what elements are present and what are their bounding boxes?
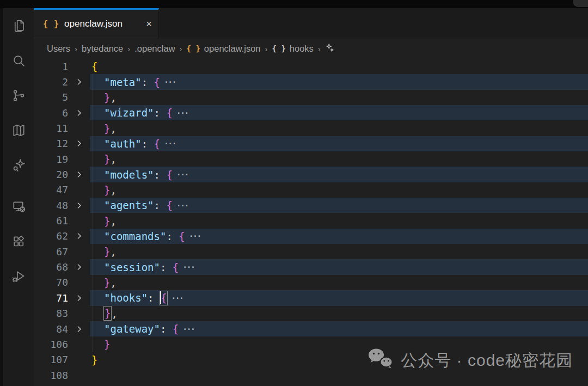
line-number-107: 107: [34, 354, 68, 365]
code-line-47[interactable]: 47},: [34, 182, 588, 198]
folded-region-ellipsis[interactable]: ···: [182, 261, 194, 273]
activity-bar-item-extensions[interactable]: [3, 225, 34, 260]
vscode-window: { } openclaw.json × Users›bytedance›.ope…: [0, 0, 588, 386]
fold-chevron-icon[interactable]: [68, 170, 90, 179]
token: ,: [110, 215, 116, 227]
code-line-48[interactable]: 48"agents": {···: [34, 198, 588, 213]
code-line-83[interactable]: 83},: [34, 306, 588, 321]
token: {: [154, 138, 160, 150]
token: :: [154, 199, 167, 211]
breadcrumb-item-Users[interactable]: Users: [47, 44, 70, 54]
breadcrumb-item-hooks[interactable]: { }hooks: [272, 44, 314, 54]
explorer-icon: [11, 19, 26, 35]
activity-bar-item-sparkle[interactable]: [3, 149, 34, 183]
map-icon: [11, 123, 26, 140]
token: }: [104, 307, 111, 320]
token: :: [142, 76, 154, 88]
line-number-108: 108: [34, 370, 68, 381]
remote-explorer-icon: [11, 199, 26, 216]
code-line-5[interactable]: 5},: [34, 90, 588, 105]
code-line-11[interactable]: 11},: [34, 120, 588, 136]
token: {: [91, 60, 97, 72]
tab-openclaw-json[interactable]: { } openclaw.json ×: [34, 8, 159, 38]
line-number-19: 19: [34, 154, 68, 165]
code-line-20[interactable]: 20"models": {···: [34, 167, 588, 182]
watermark-text: 公众号 · code秘密花园: [401, 350, 573, 372]
token: :: [160, 261, 173, 273]
code-line-84[interactable]: 84"gateway": {···: [34, 321, 588, 336]
token: {: [173, 323, 179, 335]
token: }: [91, 354, 97, 366]
breadcrumb-item-bytedance[interactable]: bytedance: [82, 44, 123, 54]
code-line-70[interactable]: 70},: [34, 275, 588, 290]
fold-chevron-icon[interactable]: [68, 108, 90, 118]
fold-chevron-icon[interactable]: [68, 231, 90, 241]
breadcrumb-item--openclaw[interactable]: .openclaw: [134, 44, 175, 54]
token: }: [104, 338, 110, 350]
code-line-62[interactable]: 62"commands": {···: [34, 229, 588, 244]
tab-title: openclaw.json: [64, 19, 122, 29]
breadcrumb-item-symbol[interactable]: [325, 43, 334, 54]
token: {: [154, 76, 160, 88]
activity-bar-item-search[interactable]: [3, 44, 34, 79]
fold-chevron-icon[interactable]: [68, 201, 90, 210]
token: :: [154, 169, 167, 181]
token: "agents": [104, 199, 154, 211]
code-line-6[interactable]: 6"wizard": {···: [34, 105, 588, 120]
code-content-11: },: [90, 120, 588, 136]
activity-bar-item-run-debug[interactable]: [3, 260, 34, 295]
code-content-84: "gateway": {···: [90, 321, 588, 336]
breadcrumb-separator: ›: [265, 44, 268, 53]
overlay-corner: [573, 0, 588, 7]
fold-chevron-icon[interactable]: [68, 139, 90, 148]
folded-region-ellipsis[interactable]: ···: [176, 107, 188, 119]
folded-region-ellipsis[interactable]: ···: [188, 230, 200, 242]
token: :: [166, 230, 179, 242]
folded-region-ellipsis[interactable]: ···: [176, 169, 188, 180]
code-line-67[interactable]: 67},: [34, 244, 588, 259]
code-line-1[interactable]: 1{: [34, 59, 588, 74]
activity-bar-item-map[interactable]: [3, 114, 34, 149]
code-content-20: "models": {···: [90, 167, 588, 182]
code-line-19[interactable]: 19},: [34, 151, 588, 167]
breadcrumb-separator: ›: [75, 44, 77, 53]
code-line-68[interactable]: 68"session": {···: [34, 259, 588, 274]
code-line-12[interactable]: 12"auth": {···: [34, 136, 588, 151]
code-content-48: "agents": {···: [90, 198, 588, 213]
token: {: [166, 199, 172, 211]
folded-region-ellipsis[interactable]: ···: [170, 292, 182, 304]
line-number-6: 6: [34, 107, 68, 119]
code-line-61[interactable]: 61},: [34, 213, 588, 228]
code-content-12: "auth": {···: [90, 136, 588, 151]
code-content-68: "session": {···: [90, 259, 588, 274]
activity-bar-item-explorer[interactable]: [3, 9, 34, 44]
token: ,: [110, 91, 116, 103]
activity-bar-item-source-control[interactable]: [3, 79, 34, 114]
code-line-71[interactable]: 71"hooks": {···: [34, 290, 588, 305]
fold-chevron-icon[interactable]: [68, 262, 90, 272]
token: }: [104, 122, 110, 134]
window-titlebar: [0, 0, 588, 8]
folded-region-ellipsis[interactable]: ···: [182, 323, 194, 335]
token: "hooks": [104, 292, 148, 304]
code-editor[interactable]: 1{2"meta": {···5},6"wizard": {···11},12"…: [34, 59, 588, 386]
search-icon: [11, 53, 26, 70]
line-number-5: 5: [34, 91, 68, 103]
code-content-2: "meta": {···: [90, 74, 588, 89]
close-icon[interactable]: ×: [146, 19, 152, 29]
line-number-84: 84: [34, 323, 68, 335]
line-number-2: 2: [34, 76, 68, 88]
fold-chevron-icon[interactable]: [68, 77, 90, 87]
folded-region-ellipsis[interactable]: ···: [163, 76, 175, 88]
token: ,: [110, 184, 116, 196]
folded-region-ellipsis[interactable]: ···: [176, 200, 188, 211]
code-line-2[interactable]: 2"meta": {···: [34, 74, 588, 89]
fold-chevron-icon[interactable]: [68, 293, 90, 303]
activity-bar-item-remote-explorer[interactable]: [3, 190, 34, 225]
breadcrumb-item-openclaw-json[interactable]: { }openclaw.json: [187, 44, 261, 54]
line-number-71: 71: [34, 292, 68, 304]
folded-region-ellipsis[interactable]: ···: [163, 138, 175, 149]
code-content-6: "wizard": {···: [90, 105, 588, 120]
fold-chevron-icon[interactable]: [68, 324, 90, 334]
source-control-icon: [11, 88, 26, 105]
